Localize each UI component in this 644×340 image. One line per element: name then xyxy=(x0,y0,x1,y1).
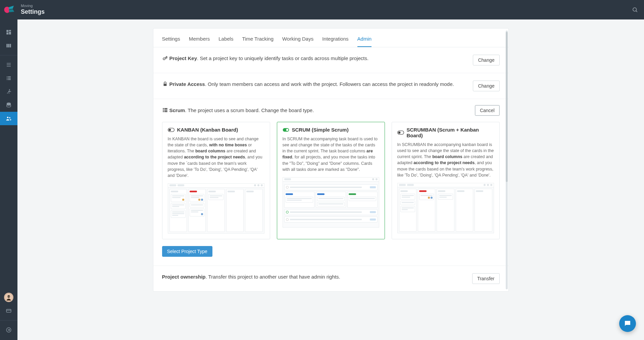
svg-point-25 xyxy=(8,296,8,297)
svg-point-0 xyxy=(633,8,637,11)
svg-point-43 xyxy=(398,132,400,134)
ownership-title: Project ownership xyxy=(162,274,206,280)
sidebar-item-db[interactable] xyxy=(0,98,17,112)
sidebar-user-avatar[interactable] xyxy=(0,291,17,304)
scrumban-title: SCRUMBAN (Scrum + Kanban Board) xyxy=(407,127,494,138)
svg-rect-5 xyxy=(6,33,8,35)
svg-point-39 xyxy=(168,129,171,131)
main-content: Settings Members Labels Time Tracking Wo… xyxy=(17,19,644,340)
scrumban-preview xyxy=(397,183,494,233)
board-icon xyxy=(162,107,168,113)
board-option-scrum[interactable]: SCRUM (Simple Scrum) In SCRUM the accomp… xyxy=(277,122,385,239)
toggle-off-icon xyxy=(168,128,175,132)
svg-rect-14 xyxy=(7,78,7,79)
board-option-scrumban[interactable]: SCRUMBAN (Scrum + Kanban Board) In SCRUM… xyxy=(392,122,500,239)
tab-settings[interactable]: Settings xyxy=(162,33,180,47)
project-key-desc: . Set a project key to uniquely identify… xyxy=(197,55,368,61)
section-private-access: Private Access. Only team members can ac… xyxy=(153,73,508,99)
svg-rect-16 xyxy=(7,79,7,80)
ownership-desc: . Transfer this project to another user … xyxy=(206,274,340,280)
tab-admin[interactable]: Admin xyxy=(357,33,372,47)
sidebar-item-billing[interactable] xyxy=(0,304,17,318)
cancel-board-type-button[interactable]: Cancel xyxy=(475,105,500,116)
logo-icon xyxy=(3,5,15,14)
svg-rect-9 xyxy=(7,63,11,64)
kanban-preview xyxy=(168,183,264,234)
svg-rect-6 xyxy=(6,44,8,48)
svg-point-21 xyxy=(9,117,10,118)
change-project-key-button[interactable]: Change xyxy=(473,55,499,65)
svg-rect-15 xyxy=(8,78,11,79)
svg-rect-31 xyxy=(163,84,166,86)
toggle-on-icon xyxy=(283,128,289,132)
scrum-preview xyxy=(283,177,379,228)
sidebar-item-team-settings[interactable] xyxy=(0,112,17,125)
project-key-title: Project Key xyxy=(169,55,197,61)
scrumban-desc: In SCRUMBAN the accompanying kanban boar… xyxy=(397,142,494,178)
scrollbar[interactable] xyxy=(506,31,508,289)
toggle-off-icon xyxy=(397,130,404,135)
svg-rect-37 xyxy=(164,111,167,112)
logo[interactable] xyxy=(0,5,17,14)
svg-rect-27 xyxy=(6,309,11,312)
private-access-desc: . Only team members can access and work … xyxy=(205,81,454,87)
sidebar-item-dashboard[interactable] xyxy=(0,26,17,39)
svg-point-20 xyxy=(7,117,9,118)
breadcrumb[interactable]: Moving xyxy=(21,4,632,8)
tab-working-days[interactable]: Working Days xyxy=(282,33,313,47)
svg-point-22 xyxy=(10,119,11,120)
sidebar xyxy=(0,19,17,340)
scrum-desc: . The project uses a scrum board. Change… xyxy=(185,107,314,113)
sidebar-item-list[interactable] xyxy=(0,71,17,85)
sidebar-item-lines[interactable] xyxy=(0,58,17,71)
svg-line-1 xyxy=(636,11,637,12)
tab-integrations[interactable]: Integrations xyxy=(322,33,348,47)
svg-rect-33 xyxy=(163,109,164,110)
top-header: Moving Settings xyxy=(0,0,644,19)
kanban-desc: In KANBAN the board is used to see and c… xyxy=(168,136,264,179)
svg-rect-35 xyxy=(164,108,167,109)
svg-rect-2 xyxy=(6,30,8,32)
svg-rect-8 xyxy=(10,44,11,48)
lock-icon xyxy=(162,81,168,87)
svg-rect-17 xyxy=(8,79,11,80)
board-option-kanban[interactable]: KANBAN (Kanban Board) In KANBAN the boar… xyxy=(162,122,270,239)
tab-labels[interactable]: Labels xyxy=(218,33,233,47)
private-access-title: Private Access xyxy=(169,81,205,87)
page-title: Settings xyxy=(21,8,632,16)
chat-fab[interactable] xyxy=(619,315,636,332)
scrum-option-desc: In SCRUM the accompanying task board is … xyxy=(283,136,379,173)
section-project-key: Project Key. Set a project key to unique… xyxy=(153,47,508,73)
sidebar-item-logout[interactable] xyxy=(0,323,17,337)
svg-rect-13 xyxy=(8,77,11,77)
svg-rect-10 xyxy=(7,64,11,65)
transfer-button[interactable]: Transfer xyxy=(472,273,500,284)
svg-rect-34 xyxy=(163,111,164,112)
sidebar-item-board[interactable] xyxy=(0,39,17,52)
scrum-option-title: SCRUM (Simple Scrum) xyxy=(292,127,349,133)
svg-rect-12 xyxy=(7,77,7,77)
svg-rect-11 xyxy=(7,66,11,67)
svg-rect-36 xyxy=(164,109,167,110)
tab-members[interactable]: Members xyxy=(189,33,210,47)
svg-point-41 xyxy=(286,129,288,131)
select-project-type-button[interactable]: Select Project Type xyxy=(162,246,212,257)
sidebar-item-run[interactable] xyxy=(0,85,17,98)
kanban-title: KANBAN (Kanban Board) xyxy=(177,127,238,133)
svg-point-30 xyxy=(163,58,165,60)
tab-time-tracking[interactable]: Time Tracking xyxy=(242,33,274,47)
chat-icon xyxy=(624,320,632,328)
section-board-type: Scrum. The project uses a scrum board. C… xyxy=(153,99,508,266)
svg-rect-4 xyxy=(9,32,11,35)
change-access-button[interactable]: Change xyxy=(473,81,499,91)
scrum-title: Scrum xyxy=(169,107,185,113)
svg-point-18 xyxy=(9,89,10,90)
settings-card: Settings Members Labels Time Tracking Wo… xyxy=(153,28,509,292)
svg-rect-7 xyxy=(8,44,9,48)
search-icon[interactable] xyxy=(632,7,638,13)
tabs: Settings Members Labels Time Tracking Wo… xyxy=(153,29,508,47)
key-icon xyxy=(162,55,168,61)
svg-point-26 xyxy=(9,296,10,297)
svg-rect-32 xyxy=(163,108,164,109)
section-ownership: Project ownership. Transfer this project… xyxy=(153,266,508,291)
